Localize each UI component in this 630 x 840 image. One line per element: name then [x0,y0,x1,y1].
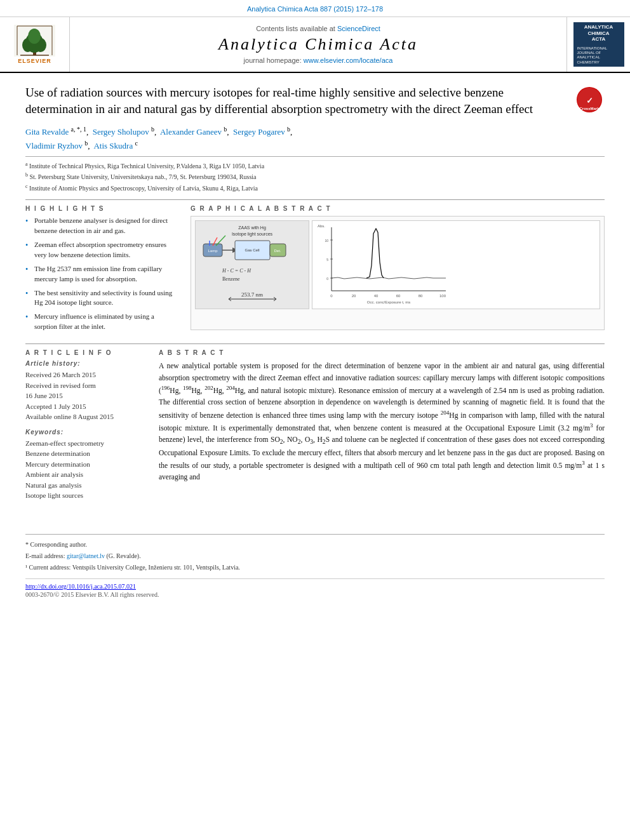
journal-title: Analytica Chimica Acta [218,35,418,54]
crossmark-icon: ✓ CrossMark [577,87,602,112]
svg-point-5 [28,29,41,44]
svg-text:40: 40 [374,294,379,298]
keyword-4: Ambient air analysis [25,469,146,480]
author-ryzhov: Vladimir Ryzhov [25,141,83,150]
article-title: Use of radiation sources with mercury is… [25,84,566,117]
apparatus-diagram: ZAAS with Hg Isotope light sources Lamp [195,220,309,309]
contents-text: Contents lists available at [256,25,337,32]
citation: Analytica Chimica Acta 887 (2015) 172–17… [247,5,383,13]
copyright-line: 0003-2670/© 2015 Elsevier B.V. All right… [25,591,605,598]
footnotes-section: * Corresponding author. E-mail address: … [25,534,605,572]
aca-logo-box: ANALYTICACHIMICAACTA INTERNATIONALJOURNA… [573,22,624,67]
svg-text:Benzene: Benzene [222,276,240,282]
svg-text:✓: ✓ [586,96,593,105]
doi-link[interactable]: http://dx.doi.org/10.1016/j.aca.2015.07.… [25,583,136,590]
keywords-label: Keywords: [25,429,146,436]
absorption-chart: Abs. 0 20 40 60 80 100 [312,220,600,309]
journal-homepage: journal homepage: www.elsevier.com/locat… [244,57,393,64]
doi-line: http://dx.doi.org/10.1016/j.aca.2015.07.… [25,583,605,590]
svg-text:Lamp: Lamp [208,249,218,253]
article-info-abstract-section: A R T I C L E I N F O Article history: R… [25,349,605,507]
bottom-bar: http://dx.doi.org/10.1016/j.aca.2015.07.… [25,578,605,598]
highlights-list: Portable benzene analyser is designed fo… [25,216,178,332]
keywords-list: Zeeman-effect spectrometry Benzene deter… [25,438,146,501]
article-info-label: A R T I C L E I N F O [25,349,146,356]
keyword-5: Natural gas analysis [25,480,146,491]
highlights-section: H I G H L I G H T S Portable benzene ana… [25,205,178,336]
svg-text:5: 5 [326,258,328,262]
svg-text:253.7 nm: 253.7 nm [241,291,262,298]
author-ganeev: Alexander Ganeev [160,128,222,137]
affiliation-b: b St. Petersburg State University, Unive… [25,171,605,182]
svg-text:ZAAS with Hg: ZAAS with Hg [238,225,266,230]
graph-inner: ZAAS with Hg Isotope light sources Lamp [195,220,600,309]
author-revalde: Gita Revalde [25,128,69,137]
author-sholupov: Sergey Sholupov [93,128,149,137]
svg-rect-36 [312,221,452,307]
footnote-1: ¹ Current address: Ventspils University … [25,563,605,572]
graphical-abstract-section: G R A P H I C A L A B S T R A C T ZAAS w… [191,205,605,336]
svg-text:0: 0 [326,277,328,281]
abstract-section: A B S T R A C T A new analytical portabl… [159,349,605,483]
elsevier-tree-icon [14,25,55,57]
homepage-text: journal homepage: [244,57,304,64]
apparatus-svg: ZAAS with Hg Isotope light sources Lamp [197,222,308,307]
chart-svg: Abs. 0 20 40 60 80 100 [312,221,452,307]
highlight-3: The Hg 2537 nm emission line from capill… [25,264,178,284]
sciencedirect-link[interactable]: ScienceDirect [337,25,380,32]
graphical-abstract-label: G R A P H I C A L A B S T R A C T [191,205,605,212]
svg-text:Abs.: Abs. [318,224,325,228]
homepage-url[interactable]: www.elsevier.com/locate/aca [304,57,393,64]
available-date: Available online 8 August 2015 [25,411,146,422]
received-date: Received 26 March 2015 [25,370,146,380]
journal-logo-right: ANALYTICACHIMICAACTA INTERNATIONALJOURNA… [566,17,630,72]
email-name: (G. Revalde). [107,552,141,559]
svg-text:10: 10 [325,239,328,243]
aca-logo-top: ANALYTICACHIMICAACTA [584,24,613,43]
corresponding-author: * Corresponding author. [25,540,605,549]
abstract-label: A B S T R A C T [159,349,605,356]
author-skudra: Atis Skudra [93,141,133,150]
abstract-text: A new analytical portable system is prop… [159,360,605,483]
svg-text:H - C = C - H: H - C = C - H [222,268,251,274]
affiliation-a: a Institute of Technical Physics, Riga T… [25,161,605,171]
crossmark: ✓ CrossMark [574,84,605,115]
highlights-graphical-section: H I G H L I G H T S Portable benzene ana… [25,205,605,336]
article-main: Use of radiation sources with mercury is… [0,73,630,521]
svg-text:80: 80 [419,294,423,298]
highlights-label: H I G H L I G H T S [25,205,178,212]
article-info-col: A R T I C L E I N F O Article history: R… [25,349,146,507]
section-divider-2 [25,343,605,344]
article-history-block: Article history: Received 26 March 2015 … [25,360,146,422]
keyword-3: Mercury determination [25,459,146,470]
page: Analytica Chimica Acta 887 (2015) 172–17… [0,0,630,840]
highlight-4: The best sensitivity and selectivity is … [25,288,178,309]
svg-text:Det.: Det. [274,249,281,253]
highlight-1: Portable benzene analyser is designed fo… [25,216,178,236]
svg-text:CrossMark: CrossMark [579,107,600,110]
svg-text:20: 20 [352,294,356,298]
keyword-6: Isotope light sources [25,490,146,501]
email-link[interactable]: gitar@latnet.lv [67,552,105,559]
contents-line: Contents lists available at ScienceDirec… [256,25,380,32]
section-divider-1 [25,199,605,200]
received-revised: Received in revised form16 June 2015 [25,380,146,401]
article-history-label: Article history: [25,360,146,367]
affiliations: a Institute of Technical Physics, Riga T… [25,156,605,193]
keywords-block: Keywords: Zeeman-effect spectrometry Ben… [25,429,146,501]
article-title-section: Use of radiation sources with mercury is… [25,84,605,117]
authors: Gita Revalde a, *, 1, Sergey Sholupov b,… [25,124,605,152]
svg-text:Isotope light sources: Isotope light sources [231,232,272,237]
keyword-1: Zeeman-effect spectrometry [25,438,146,449]
aca-logo-bottom: INTERNATIONALJOURNAL OFANALYTICALCHEMIST… [576,46,622,65]
highlight-5: Mercury influence is eliminated by using… [25,312,178,332]
accepted-date: Accepted 1 July 2015 [25,401,146,412]
svg-text:Occ. conc/Exposure t, ms: Occ. conc/Exposure t, ms [367,300,410,304]
svg-text:Gas Cell: Gas Cell [245,248,259,252]
top-bar: Analytica Chimica Acta 887 (2015) 172–17… [0,0,630,17]
author-pogarev: Sergey Pogarev [233,128,285,137]
elsevier-logo: ELSEVIER [0,17,70,72]
email-label: E-mail address: [25,552,65,559]
graphical-abstract-box: ZAAS with Hg Isotope light sources Lamp [191,216,605,330]
email-line: E-mail address: gitar@latnet.lv (G. Reva… [25,551,605,561]
